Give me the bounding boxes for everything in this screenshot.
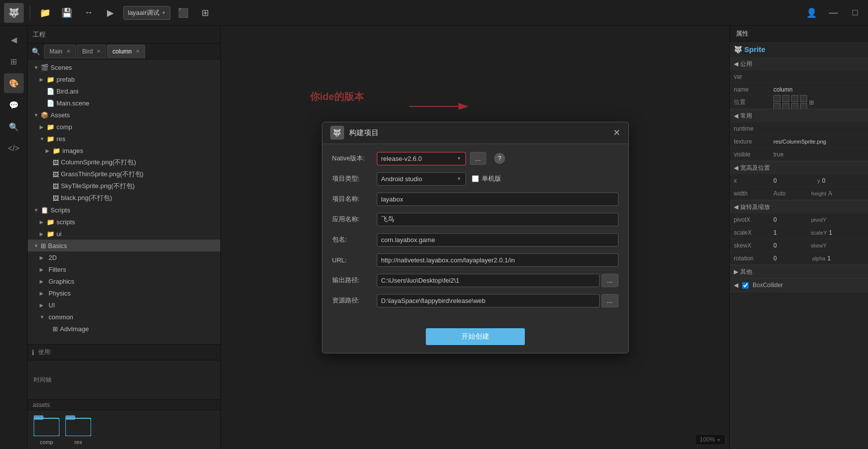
native-version-help-btn[interactable]: ? [494,153,505,164]
tree-main-scene[interactable]: 📄 Main.scene [28,97,220,109]
boxcollider-checkbox[interactable] [742,282,749,289]
asset-folder-res[interactable]: res [65,414,91,445]
right-panel-header: 属性 [730,26,868,42]
output-path-input[interactable] [377,274,600,287]
tree-graphics[interactable]: ▶ Graphics [28,275,220,287]
tab-bird[interactable]: Bird ✕ [77,45,106,58]
section-size-pos-header[interactable]: ◀ 宽高及位置 [730,161,868,174]
native-version-dots-btn[interactable]: ... [470,152,487,165]
tree-scripts[interactable]: ▼ 📋 Scripts [28,204,220,216]
tab-column[interactable]: column ✕ [107,45,145,58]
section-frequent: ◀ 常用 runtime texture res/ColumnSprite.pn… [730,109,868,161]
tree-prefab[interactable]: ▶ 📁 prefab [28,73,220,85]
assets-header: assets [28,400,220,410]
svg-rect-1 [34,415,44,420]
tree-comp[interactable]: ▶ 📁 comp [28,121,220,133]
tree-filters[interactable]: ▶ Filters [28,263,220,275]
asset-folder-comp[interactable]: comp [34,414,59,445]
tab-column-close[interactable]: ✕ [136,49,140,54]
iconbar-chat-btn[interactable]: 💬 [4,95,24,115]
section-rotate-scale-header[interactable]: ◀ 旋转及缩放 [730,200,868,213]
tree-black-png[interactable]: 🖼 black.png(不打包) [28,192,220,204]
tree-physics[interactable]: ▶ Physics [28,287,220,299]
tree-ui[interactable]: ▶ 📁 ui [28,228,220,240]
user-icon-btn[interactable]: 👤 [803,4,820,22]
project-type-dropdown[interactable]: Android studio ▼ [377,172,466,186]
tree-column-sprite[interactable]: 🖼 ColumnSprite.png(不打包) [28,156,220,168]
build-start-btn[interactable]: 开始创建 [426,328,525,345]
app-name-input[interactable] [377,213,618,226]
tree-basics[interactable]: ▼ ⊞ Basics [28,240,220,251]
tab-main[interactable]: Main ✕ [44,45,76,58]
iconbar-grid-btn[interactable]: ⊞ [4,51,24,71]
maximize-btn[interactable]: □ [846,4,864,22]
properties-header-label: 属性 [736,29,749,38]
info-icon: ℹ [32,349,34,356]
timeline-label: 时间轴 [34,376,51,384]
iconbar-code-btn[interactable]: </> [4,139,24,158]
section-size-pos: ◀ 宽高及位置 x 0 y 0 width Auto height A [730,161,868,200]
position-grid[interactable] [773,95,808,110]
sprite-title: Sprite [744,45,766,53]
toolbar-build-btn[interactable]: ⬛ [174,4,192,22]
tab-main-close[interactable]: ✕ [66,49,70,54]
props-texture-row: texture res/ColumnSprite.png [730,135,868,148]
tree-sky-sprite[interactable]: 🖼 SkyTileSprite.png(不打包) [28,180,220,192]
toolbar-swap-btn[interactable]: ↔ [80,4,98,22]
section-other-header[interactable]: ▶ 其他 [730,265,868,278]
section-boxcollider: ◀ BoxCollider [730,279,868,292]
section-common-header[interactable]: ◀ 公用 [730,57,868,70]
props-scale-row: scaleX 1 scaleY 1 [730,226,868,239]
modal-body: Native版本: release-v2.6.0 ▼ ... ? 项目类型: [322,144,628,322]
project-name-control [377,193,618,206]
modal-title: 构建项目 [349,128,379,138]
section-boxcollider-header[interactable]: ◀ BoxCollider [730,279,868,292]
toolbar-folder-btn[interactable]: 📁 [36,4,54,22]
resource-path-input[interactable] [377,294,600,307]
toolbar-play-btn[interactable]: ▶ [102,4,119,22]
standalone-checkbox[interactable] [472,175,479,182]
tree-res[interactable]: ▼ 📁 res [28,133,220,145]
tab-search-icon[interactable]: 🔍 [32,48,40,55]
tree-images[interactable]: ▶ 📁 images [28,145,220,156]
native-version-dropdown[interactable]: release-v2.6.0 ▼ [377,152,466,165]
iconbar-paint-btn[interactable]: 🎨 [4,73,24,93]
project-name-input[interactable] [377,193,618,206]
url-row: URL: [332,253,618,267]
tab-bird-close[interactable]: ✕ [97,49,101,54]
folder-icon-comp [34,414,59,436]
tree-common[interactable]: ▼ common [28,311,220,323]
tree-grass-sprite[interactable]: 🖼 GrassThinSprite.png(不打包) [28,168,220,180]
url-input[interactable] [377,253,618,267]
resource-path-dots-btn[interactable]: ... [602,294,618,307]
output-path-dots-btn[interactable]: ... [602,274,618,287]
package-name-input[interactable] [377,233,618,247]
props-wh-row: width Auto height A [730,187,868,200]
tree-panel[interactable]: ▼ 🎬 Scenes ▶ 📁 prefab 📄 Bird.ani 📄 Main.… [28,59,220,344]
tree-scenes[interactable]: ▼ 🎬 Scenes [28,61,220,73]
tree-scripts-sub[interactable]: ▶ 📁 scripts [28,216,220,228]
standalone-checkbox-row: 单机版 [472,174,501,183]
toolbar-save-btn[interactable]: 💾 [58,4,76,22]
iconbar-search-btn[interactable]: 🔍 [4,117,24,137]
props-xy-row: x 0 y 0 [730,174,868,187]
usage-label: 使用: [38,348,51,356]
section-other: ▶ 其他 [730,265,868,279]
toolbar-mode-dropdown[interactable]: layaair调试 ▼ [123,6,170,20]
resource-path-label: 资源路径: [332,296,377,305]
tree-ui-sub[interactable]: ▶ UI [28,299,220,311]
tree-bird-ani[interactable]: 📄 Bird.ani [28,85,220,97]
tree-2d[interactable]: ▶ 2D [28,251,220,263]
assets-label: assets [33,401,50,408]
section-frequent-header[interactable]: ◀ 常用 [730,109,868,122]
props-var-row: var [730,70,868,83]
app-logo: 🐺 [4,3,24,23]
iconbar-arrow-btn[interactable]: ◀ [4,30,24,50]
modal-close-btn[interactable]: ✕ [613,127,620,138]
center-area: 你ide的版本 100% ▼ 🐺 构建项目 ✕ [221,26,729,449]
minimize-btn[interactable]: — [824,4,842,22]
project-name-row: 项目名称: [332,193,618,206]
tree-advimage[interactable]: ⊞ AdvImage [28,323,220,335]
toolbar-grid-btn[interactable]: ⊞ [196,4,214,22]
tree-assets[interactable]: ▼ 📦 Assets [28,109,220,121]
